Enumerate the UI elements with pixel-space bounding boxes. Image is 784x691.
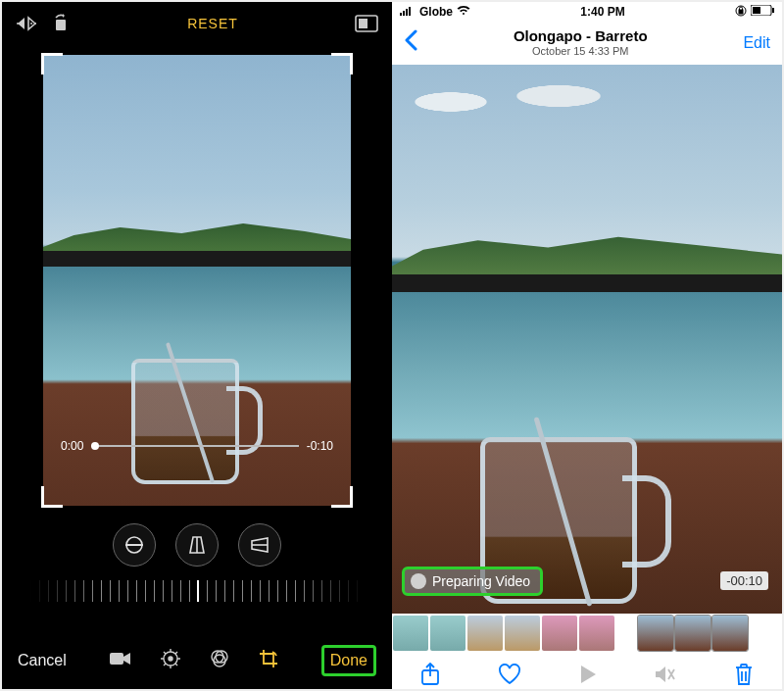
svg-rect-19	[772, 8, 774, 13]
vertical-perspective-icon[interactable]	[175, 523, 219, 567]
remaining-time-pill: -00:10	[720, 571, 768, 590]
play-icon[interactable]	[579, 665, 597, 684]
orientation-lock-icon	[735, 5, 747, 20]
crop-tab-icon[interactable]	[259, 649, 278, 672]
photo-viewer-screen: Globe 1:40 PM Olongapo - Barreto October…	[392, 2, 782, 689]
progress-circle-icon	[411, 573, 426, 589]
bottom-toolbar	[392, 653, 782, 689]
wifi-icon	[457, 5, 470, 19]
clock-label: 1:40 PM	[580, 5, 624, 19]
date-subtitle: October 15 4:33 PM	[514, 45, 648, 58]
thumbnail[interactable]	[712, 616, 748, 651]
status-bar: Globe 1:40 PM	[392, 2, 782, 22]
back-button[interactable]	[404, 29, 417, 57]
rotation-controls	[2, 523, 392, 567]
angle-ruler[interactable]	[30, 580, 364, 602]
preparing-video-pill: Preparing Video	[402, 567, 543, 596]
svg-point-10	[214, 655, 225, 666]
reset-button[interactable]: RESET	[187, 16, 238, 31]
cancel-button[interactable]: Cancel	[18, 652, 67, 669]
top-left-icons	[16, 14, 71, 33]
video-scrubber[interactable]: 0:00 -0:10	[61, 439, 333, 453]
scene-hills	[392, 233, 782, 280]
thumbnail[interactable]	[505, 616, 540, 651]
scene-mug	[131, 359, 239, 484]
thumbnail[interactable]	[675, 616, 710, 651]
scrubber-start-time: 0:00	[61, 439, 83, 453]
video-display[interactable]: Preparing Video -00:10	[392, 65, 782, 614]
done-button[interactable]: Done	[321, 645, 376, 676]
svg-rect-4	[125, 544, 143, 546]
trash-icon[interactable]	[734, 663, 754, 686]
svg-rect-0	[56, 20, 66, 30]
edit-crop-screen: RESET 0:00 -0:10	[2, 2, 392, 689]
scrubber-end-time: -0:10	[307, 439, 333, 453]
svg-rect-12	[403, 11, 405, 16]
thumbnail[interactable]	[542, 616, 577, 651]
svg-rect-18	[753, 7, 760, 14]
location-title: Olongapo - Barreto	[514, 27, 648, 45]
thumbnail-strip[interactable]	[392, 614, 782, 653]
nav-bar: Olongapo - Barreto October 15 4:33 PM Ed…	[392, 22, 782, 65]
svg-rect-5	[110, 653, 123, 665]
svg-rect-2	[359, 19, 368, 28]
thumbnail[interactable]	[393, 616, 428, 651]
scene-clouds	[412, 82, 627, 122]
thumbnail[interactable]	[579, 616, 614, 651]
svg-rect-13	[406, 9, 408, 16]
svg-point-7	[169, 657, 172, 661]
edit-bottom-bar: Cancel Done	[2, 632, 392, 689]
thumbnail-selected[interactable]	[638, 616, 673, 651]
svg-rect-16	[739, 10, 743, 14]
scrubber-track[interactable]	[91, 445, 298, 447]
edit-button[interactable]: Edit	[743, 34, 770, 52]
signal-icon	[400, 5, 416, 19]
scene-railing	[43, 251, 351, 267]
adjust-tab-icon[interactable]	[161, 649, 180, 672]
filters-tab-icon[interactable]	[210, 649, 229, 672]
horizontal-perspective-icon[interactable]	[238, 523, 281, 567]
rotate-icon[interactable]	[51, 14, 71, 33]
preparing-label: Preparing Video	[432, 573, 530, 589]
edit-mode-tabs	[110, 649, 278, 672]
flip-horizontal-icon[interactable]	[16, 15, 37, 32]
battery-icon	[751, 5, 774, 19]
carrier-label: Globe	[419, 5, 453, 19]
svg-rect-14	[409, 7, 411, 16]
scene-railing	[392, 274, 782, 292]
favorite-icon[interactable]	[498, 664, 521, 685]
edit-top-bar: RESET	[2, 2, 392, 45]
share-icon[interactable]	[420, 663, 440, 686]
nav-title: Olongapo - Barreto October 15 4:33 PM	[514, 27, 648, 58]
thumbnail[interactable]	[467, 616, 503, 651]
crop-frame[interactable]: 0:00 -0:10	[43, 55, 351, 506]
mute-icon[interactable]	[655, 665, 676, 684]
aspect-ratio-icon[interactable]	[355, 15, 378, 32]
video-tab-icon[interactable]	[110, 651, 131, 670]
straighten-dial-icon[interactable]	[113, 523, 156, 567]
thumbnail[interactable]	[430, 616, 466, 651]
svg-rect-11	[400, 13, 402, 16]
